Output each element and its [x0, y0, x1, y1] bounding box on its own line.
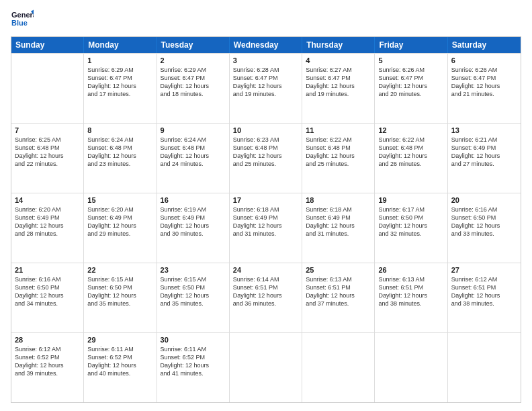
cal-cell [11, 54, 84, 123]
day-number: 26 [378, 266, 443, 274]
cell-line: Sunset: 6:49 PM [306, 214, 371, 222]
cell-line: and 19 minutes. [306, 90, 371, 98]
cal-week-3: 14Sunrise: 6:20 AMSunset: 6:49 PMDayligh… [11, 193, 521, 263]
svg-text:General: General [11, 11, 34, 19]
cell-line: Sunset: 6:48 PM [15, 144, 80, 152]
day-number: 27 [451, 266, 517, 274]
cell-line: and 35 minutes. [161, 300, 226, 308]
cal-cell: 11Sunrise: 6:22 AMSunset: 6:48 PMDayligh… [302, 124, 375, 193]
cell-line: Sunset: 6:47 PM [451, 74, 517, 82]
cell-line: Sunrise: 6:12 AM [451, 275, 517, 283]
cell-line: Sunrise: 6:13 AM [378, 275, 443, 283]
cal-cell: 27Sunrise: 6:12 AMSunset: 6:51 PMDayligh… [448, 263, 521, 332]
day-number: 13 [451, 126, 517, 134]
day-number: 12 [378, 126, 443, 134]
day-number: 3 [233, 56, 298, 64]
day-number: 10 [233, 126, 298, 134]
cal-cell [302, 333, 375, 402]
cell-line: and 35 minutes. [87, 300, 152, 308]
cell-line: Sunrise: 6:28 AM [233, 66, 298, 74]
cell-line: Sunrise: 6:22 AM [306, 136, 371, 144]
cell-line: Sunrise: 6:26 AM [378, 66, 443, 74]
cell-line: and 31 minutes. [306, 230, 371, 238]
cell-line: Sunset: 6:52 PM [15, 353, 80, 361]
cell-line: and 17 minutes. [87, 90, 152, 98]
cell-line: Sunrise: 6:14 AM [233, 275, 298, 283]
cell-line: Sunrise: 6:16 AM [15, 275, 80, 283]
day-number: 5 [378, 56, 443, 64]
cal-cell: 9Sunrise: 6:24 AMSunset: 6:48 PMDaylight… [157, 124, 230, 193]
cell-line: Sunset: 6:49 PM [233, 214, 298, 222]
cal-week-1: 1Sunrise: 6:29 AMSunset: 6:47 PMDaylight… [11, 53, 521, 123]
cell-line: Daylight: 12 hours [451, 222, 517, 230]
day-number: 17 [233, 196, 298, 204]
cell-line: and 24 minutes. [161, 160, 226, 168]
cal-cell: 28Sunrise: 6:12 AMSunset: 6:52 PMDayligh… [11, 333, 84, 402]
cell-line: Daylight: 12 hours [161, 82, 226, 90]
day-number: 19 [378, 196, 443, 204]
cell-line: Sunrise: 6:15 AM [87, 275, 152, 283]
cal-cell: 15Sunrise: 6:20 AMSunset: 6:49 PMDayligh… [84, 193, 157, 263]
cell-line: Sunrise: 6:16 AM [451, 205, 517, 214]
day-number: 11 [306, 126, 371, 134]
cal-cell: 2Sunrise: 6:29 AMSunset: 6:47 PMDaylight… [157, 54, 230, 123]
cell-line: and 34 minutes. [15, 300, 80, 308]
cal-week-5: 28Sunrise: 6:12 AMSunset: 6:52 PMDayligh… [11, 332, 521, 402]
cal-cell: 21Sunrise: 6:16 AMSunset: 6:50 PMDayligh… [11, 263, 84, 332]
cal-week-2: 7Sunrise: 6:25 AMSunset: 6:48 PMDaylight… [11, 123, 521, 193]
cell-line: Sunset: 6:49 PM [161, 214, 226, 222]
cell-line: Daylight: 12 hours [87, 291, 152, 300]
cal-header-cell-thursday: Thursday [302, 37, 375, 53]
cell-line: Daylight: 12 hours [378, 82, 443, 90]
cal-header-cell-saturday: Saturday [448, 37, 521, 53]
cell-line: Sunrise: 6:11 AM [87, 345, 152, 353]
cell-line: Daylight: 12 hours [87, 222, 152, 230]
cell-line: and 33 minutes. [451, 230, 517, 238]
day-number: 9 [161, 126, 226, 134]
cell-line: Sunrise: 6:29 AM [87, 66, 152, 74]
cell-line: Daylight: 12 hours [233, 291, 298, 300]
day-number: 4 [306, 56, 371, 64]
cal-cell: 30Sunrise: 6:11 AMSunset: 6:52 PMDayligh… [157, 333, 230, 402]
cal-cell: 12Sunrise: 6:22 AMSunset: 6:48 PMDayligh… [375, 124, 447, 193]
day-number: 20 [451, 196, 517, 204]
cell-line: Sunset: 6:50 PM [161, 283, 226, 291]
cal-cell: 1Sunrise: 6:29 AMSunset: 6:47 PMDaylight… [84, 54, 157, 123]
cell-line: Sunset: 6:49 PM [15, 214, 80, 222]
cal-header-cell-friday: Friday [375, 37, 447, 53]
day-number: 16 [161, 196, 226, 204]
cell-line: Daylight: 12 hours [161, 152, 226, 160]
cell-line: and 36 minutes. [233, 300, 298, 308]
cal-cell [448, 333, 521, 402]
cell-line: and 25 minutes. [306, 160, 371, 168]
cal-cell: 19Sunrise: 6:17 AMSunset: 6:50 PMDayligh… [375, 193, 447, 263]
cell-line: Sunrise: 6:22 AM [378, 136, 443, 144]
cell-line: Sunset: 6:48 PM [378, 144, 443, 152]
cell-line: Sunset: 6:52 PM [161, 353, 226, 361]
cell-line: Daylight: 12 hours [87, 82, 152, 90]
cal-cell: 3Sunrise: 6:28 AMSunset: 6:47 PMDaylight… [230, 54, 302, 123]
cell-line: Sunset: 6:51 PM [451, 283, 517, 291]
cell-line: Daylight: 12 hours [306, 82, 371, 90]
cell-line: Sunset: 6:47 PM [306, 74, 371, 82]
cal-cell: 25Sunrise: 6:13 AMSunset: 6:51 PMDayligh… [302, 263, 375, 332]
cell-line: Daylight: 12 hours [451, 152, 517, 160]
cell-line: Daylight: 12 hours [15, 291, 80, 300]
cal-header-cell-sunday: Sunday [11, 37, 84, 53]
cell-line: Daylight: 12 hours [306, 152, 371, 160]
cell-line: Sunset: 6:49 PM [451, 144, 517, 152]
cell-line: Daylight: 12 hours [161, 222, 226, 230]
cell-line: Sunset: 6:49 PM [87, 214, 152, 222]
cell-line: Daylight: 12 hours [233, 82, 298, 90]
day-number: 14 [15, 196, 80, 204]
cell-line: Daylight: 12 hours [233, 152, 298, 160]
svg-text:Blue: Blue [11, 19, 28, 27]
cell-line: and 22 minutes. [15, 160, 80, 168]
cell-line: Sunrise: 6:18 AM [306, 205, 371, 214]
cell-line: Daylight: 12 hours [378, 291, 443, 300]
cell-line: Daylight: 12 hours [15, 152, 80, 160]
cell-line: Sunset: 6:50 PM [378, 214, 443, 222]
day-number: 6 [451, 56, 517, 64]
cal-cell: 14Sunrise: 6:20 AMSunset: 6:49 PMDayligh… [11, 193, 84, 263]
cell-line: and 40 minutes. [87, 369, 152, 377]
